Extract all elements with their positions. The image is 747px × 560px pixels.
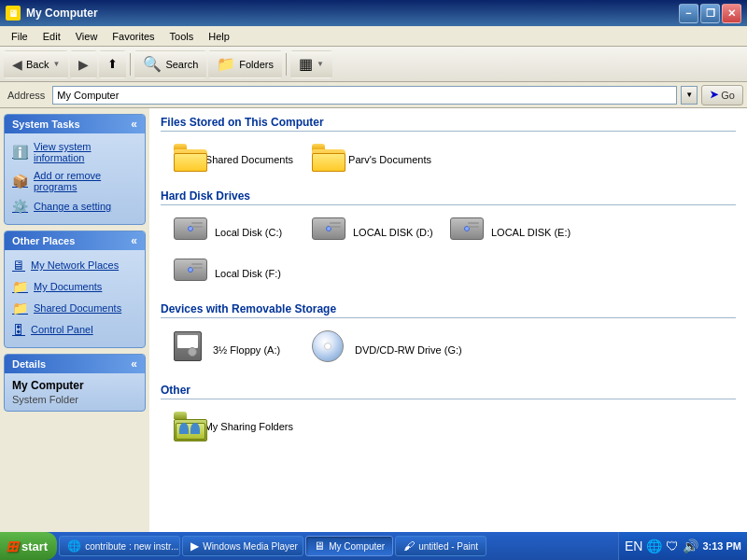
details-title: Details: [12, 358, 46, 370]
sharing-folder-icon: [174, 412, 193, 441]
taskbar-item-my-computer[interactable]: 🖥 My Computer: [305, 536, 393, 556]
other-places-body: 🖥 My Network Places 📁 My Documents 📁 Sha…: [5, 250, 145, 347]
add-remove-programs-link[interactable]: 📦 Add or remove programs: [8, 168, 141, 194]
details-body: My Computer System Folder: [5, 373, 145, 411]
local-disk-c-item[interactable]: Local Disk (C:): [168, 215, 299, 250]
change-setting-link[interactable]: ⚙️ Change a setting: [8, 197, 141, 216]
close-button[interactable]: ✕: [722, 4, 741, 23]
menu-bar: File Edit View Favorites Tools Help: [0, 26, 747, 47]
system-tasks-title: System Tasks: [12, 119, 80, 130]
search-button[interactable]: 🔍 Search: [134, 50, 206, 78]
address-dropdown-button[interactable]: ▼: [681, 86, 698, 105]
other-section-title: Other: [161, 384, 736, 399]
search-label: Search: [165, 59, 198, 70]
paint-icon: 🖌: [403, 539, 415, 553]
up-arrow-icon: ⬆: [107, 57, 118, 71]
address-input[interactable]: [52, 86, 677, 105]
hdd-row2: Local Disk (F:): [161, 256, 736, 291]
hdd-d-icon: [312, 217, 345, 244]
other-places-collapse[interactable]: «: [131, 235, 137, 246]
system-tasks-section: System Tasks « ℹ️ View system informatio…: [4, 114, 146, 225]
taskbar-item-paint[interactable]: 🖌 untitled - Paint: [395, 536, 486, 556]
tray-language-icon[interactable]: EN: [625, 539, 642, 553]
tray-network-icon[interactable]: 🌐: [646, 539, 662, 553]
local-disk-e-label: LOCAL DISK (E:): [491, 227, 571, 238]
cdrom-item[interactable]: DVD/CD-RW Drive (G:): [306, 328, 437, 372]
my-documents-link[interactable]: 📁 My Documents: [8, 277, 141, 296]
back-dropdown-icon: ▼: [52, 60, 60, 68]
taskbar-item-contribute[interactable]: 🌐 contribute : new instr...: [59, 536, 180, 556]
windows-logo-icon: ⊞: [6, 538, 18, 555]
up-button[interactable]: ⬆: [99, 50, 126, 78]
my-network-places-link[interactable]: 🖥 My Network Places: [8, 256, 141, 274]
parv-documents-item[interactable]: Parv's Documents: [306, 141, 437, 178]
left-panel: System Tasks « ℹ️ View system informatio…: [0, 108, 149, 532]
cdrom-label: DVD/CD-RW Drive (G:): [355, 344, 462, 356]
details-collapse[interactable]: «: [131, 358, 137, 370]
system-tasks-collapse[interactable]: «: [131, 119, 137, 130]
window-title: My Computer: [26, 7, 679, 20]
system-tray: EN 🌐 🛡 🔊 3:13 PM: [618, 532, 747, 560]
folders-label: Folders: [239, 59, 274, 70]
details-type: System Folder: [12, 394, 137, 405]
go-button[interactable]: ➤ Go: [701, 85, 743, 105]
info-icon: ℹ️: [12, 145, 28, 160]
local-disk-d-item[interactable]: LOCAL DISK (D:): [306, 215, 437, 250]
taskbar: ⊞ start 🌐 contribute : new instr... ▶ Wi…: [0, 532, 747, 560]
forward-arrow-icon: ▶: [78, 57, 89, 72]
address-label: Address: [4, 90, 49, 101]
main-layout: System Tasks « ℹ️ View system informatio…: [0, 108, 747, 532]
my-docs-icon: 📁: [12, 279, 28, 294]
minimize-button[interactable]: −: [679, 4, 698, 23]
programs-icon: 📦: [12, 174, 28, 189]
folders-button[interactable]: 📁 Folders: [208, 50, 282, 78]
view-button[interactable]: ▦ ▼: [290, 50, 332, 78]
control-panel-link[interactable]: 🎛 Control Panel: [8, 320, 141, 339]
menu-help[interactable]: Help: [201, 29, 237, 44]
taskbar-item-media-player[interactable]: ▶ Windows Media Player: [182, 536, 303, 556]
my-computer-task-icon: 🖥: [314, 539, 325, 553]
shared-documents-link[interactable]: 📁 Shared Documents: [8, 299, 141, 317]
menu-view[interactable]: View: [68, 29, 106, 44]
system-clock: 3:13 PM: [702, 540, 741, 552]
parv-docs-folder-icon: [312, 144, 341, 172]
taskbar-items: 🌐 contribute : new instr... ▶ Windows Me…: [57, 532, 618, 560]
title-buttons: − ❐ ✕: [679, 4, 741, 23]
shared-documents-item[interactable]: Shared Documents: [168, 141, 299, 178]
forward-button[interactable]: ▶: [70, 50, 97, 78]
local-disk-e-item[interactable]: LOCAL DISK (E:): [444, 215, 575, 250]
sharing-folders-item[interactable]: My Sharing Folders: [168, 409, 299, 444]
tray-volume-icon[interactable]: 🔊: [683, 539, 698, 553]
other-items-row: My Sharing Folders: [161, 409, 736, 444]
floppy-item[interactable]: 3½ Floppy (A:): [168, 328, 299, 372]
window-icon: 🖥: [6, 6, 21, 21]
local-disk-f-item[interactable]: Local Disk (F:): [168, 256, 299, 291]
menu-tools[interactable]: Tools: [162, 29, 202, 44]
menu-edit[interactable]: Edit: [35, 29, 68, 44]
other-places-section: Other Places « 🖥 My Network Places 📁 My …: [4, 231, 146, 348]
local-disk-f-label: Local Disk (F:): [215, 268, 281, 279]
start-button[interactable]: ⊞ start: [0, 532, 57, 560]
view-dropdown-icon: ▼: [317, 60, 324, 68]
right-panel: Files Stored on This Computer Shared Doc…: [149, 108, 747, 532]
system-tasks-header: System Tasks «: [5, 115, 145, 133]
shared-docs-label: Shared Documents: [205, 154, 293, 165]
back-button[interactable]: ◀ Back ▼: [4, 50, 68, 78]
shared-docs-icon: 📁: [12, 301, 28, 315]
floppy-label: 3½ Floppy (A:): [213, 344, 280, 356]
local-disk-c-label: Local Disk (C:): [215, 227, 282, 238]
view-system-info-link[interactable]: ℹ️ View system information: [8, 139, 141, 165]
menu-file[interactable]: File: [4, 29, 35, 44]
hdd-items-row: Local Disk (C:) LOCAL DISK (D:): [161, 215, 736, 250]
parv-docs-label: Parv's Documents: [348, 154, 431, 165]
cdrom-drive-icon: [312, 330, 344, 366]
local-disk-d-label: LOCAL DISK (D:): [353, 227, 433, 238]
hdd-c-icon: [174, 217, 207, 244]
network-icon: 🖥: [12, 258, 25, 273]
back-arrow-icon: ◀: [12, 57, 22, 72]
system-tasks-body: ℹ️ View system information 📦 Add or remo…: [5, 133, 145, 224]
restore-button[interactable]: ❐: [700, 4, 720, 23]
menu-favorites[interactable]: Favorites: [105, 29, 162, 44]
tray-security-icon[interactable]: 🛡: [666, 539, 679, 553]
floppy-drive-icon: [174, 331, 202, 365]
